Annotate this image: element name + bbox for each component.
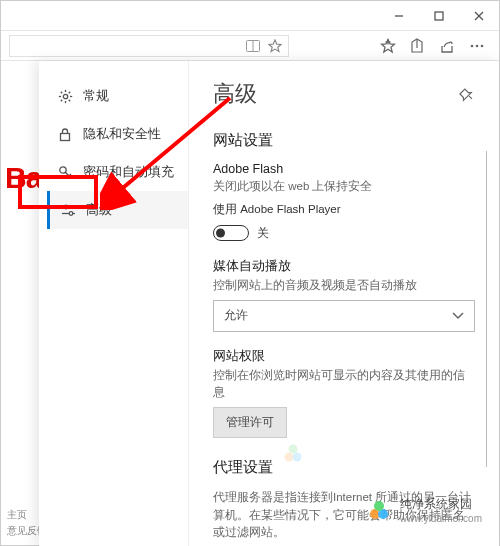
autoplay-desc: 控制网站上的音频及视频是否自动播放 bbox=[213, 277, 475, 294]
svg-marker-6 bbox=[269, 40, 281, 52]
sidebar-item-label: 密码和自动填充 bbox=[83, 163, 174, 181]
maximize-button[interactable] bbox=[419, 1, 459, 31]
svg-line-21 bbox=[68, 91, 70, 93]
svg-point-38 bbox=[293, 453, 302, 462]
sidebar-item-passwords[interactable]: 密码和自动填充 bbox=[47, 153, 188, 191]
svg-rect-23 bbox=[61, 133, 70, 140]
svg-point-11 bbox=[471, 44, 474, 47]
address-bar[interactable] bbox=[9, 35, 289, 57]
svg-line-20 bbox=[68, 99, 70, 101]
svg-point-12 bbox=[476, 44, 479, 47]
permissions-label: 网站权限 bbox=[213, 348, 475, 365]
key-icon bbox=[57, 164, 73, 180]
settings-main: 高级 网站设置 Adobe Flash 关闭此项以在 web 上保持安全 使用 … bbox=[189, 61, 499, 546]
sidebar-item-label: 隐私和安全性 bbox=[83, 125, 161, 143]
reading-view-icon[interactable] bbox=[246, 40, 260, 52]
flash-label: Adobe Flash bbox=[213, 162, 475, 176]
sidebar-item-label: 高级 bbox=[86, 201, 112, 219]
pin-icon[interactable] bbox=[459, 86, 475, 102]
website-settings-heading: 网站设置 bbox=[213, 131, 475, 150]
page-title: 高级 bbox=[213, 79, 257, 109]
browser-toolbar bbox=[1, 31, 499, 61]
sidebar-item-general[interactable]: 常规 bbox=[47, 77, 188, 115]
close-button[interactable] bbox=[459, 1, 499, 31]
titlebar bbox=[1, 1, 499, 31]
watermark: 纯净系统家园 www.yidaimei.com bbox=[366, 496, 482, 524]
svg-line-26 bbox=[69, 174, 71, 176]
autoplay-select[interactable]: 允许 bbox=[213, 300, 475, 332]
svg-point-13 bbox=[481, 44, 484, 47]
permissions-desc: 控制在你浏览时网站可显示的内容及其使用的信息 bbox=[213, 367, 475, 402]
star-icon[interactable] bbox=[268, 39, 282, 53]
sidebar-item-label: 常规 bbox=[83, 87, 109, 105]
watermark-faint bbox=[280, 440, 306, 466]
svg-point-30 bbox=[69, 211, 73, 215]
sidebar-item-privacy[interactable]: 隐私和安全性 bbox=[47, 115, 188, 153]
flash-toggle-label: 使用 Adobe Flash Player bbox=[213, 201, 475, 218]
scrollbar-track[interactable] bbox=[486, 151, 488, 467]
svg-point-28 bbox=[64, 205, 68, 209]
share-icon[interactable] bbox=[439, 38, 455, 54]
flash-toggle[interactable] bbox=[213, 225, 249, 241]
flash-desc: 关闭此项以在 web 上保持安全 bbox=[213, 178, 475, 195]
svg-point-24 bbox=[59, 166, 65, 172]
svg-line-19 bbox=[60, 91, 62, 93]
sidebar-item-advanced[interactable]: 高级 bbox=[47, 191, 188, 229]
favorites-icon[interactable] bbox=[380, 38, 396, 54]
svg-line-31 bbox=[469, 96, 472, 99]
flash-toggle-state: 关 bbox=[257, 225, 269, 242]
chevron-down-icon bbox=[452, 312, 464, 320]
svg-point-36 bbox=[374, 501, 384, 511]
watermark-logo-icon bbox=[280, 440, 306, 466]
gear-icon bbox=[57, 88, 73, 104]
manage-permissions-button[interactable]: 管理许可 bbox=[213, 407, 287, 438]
more-icon[interactable] bbox=[469, 38, 485, 54]
notes-icon[interactable] bbox=[410, 38, 425, 54]
minimize-button[interactable] bbox=[379, 1, 419, 31]
autoplay-label: 媒体自动播放 bbox=[213, 258, 475, 275]
watermark-url: www.yidaimei.com bbox=[400, 513, 482, 524]
watermark-logo-icon bbox=[366, 497, 392, 523]
lock-icon bbox=[57, 126, 73, 142]
svg-point-14 bbox=[63, 94, 67, 98]
settings-sidebar: 常规 隐私和安全性 密码和自动填充 bbox=[39, 61, 189, 546]
svg-point-39 bbox=[289, 445, 298, 454]
watermark-name: 纯净系统家园 bbox=[400, 496, 482, 513]
settings-panel: 常规 隐私和安全性 密码和自动填充 bbox=[39, 61, 499, 546]
svg-point-37 bbox=[285, 453, 294, 462]
autoplay-selected: 允许 bbox=[224, 307, 248, 324]
svg-line-22 bbox=[60, 99, 62, 101]
svg-rect-1 bbox=[435, 12, 443, 20]
sliders-icon bbox=[60, 202, 76, 218]
proxy-heading: 代理设置 bbox=[213, 458, 475, 477]
